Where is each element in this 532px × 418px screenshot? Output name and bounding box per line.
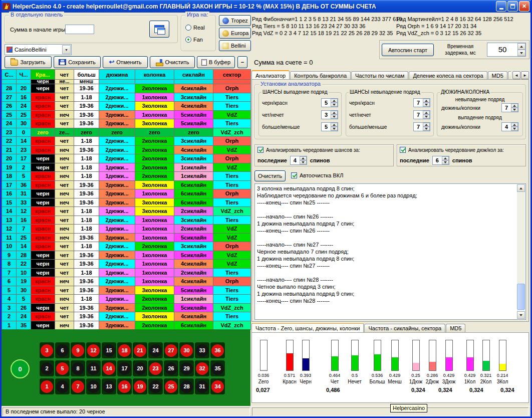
roulette-number[interactable]: 36 [211,344,224,357]
roulette-number[interactable]: 11 [87,362,100,375]
autoclean-toggle[interactable]: Автоочистка ВКЛ [291,172,343,178]
roulette-number[interactable]: 30 [180,344,193,357]
roulette-number[interactable]: 13 [103,380,115,393]
load-button[interactable]: Загрузить [5,56,52,68]
detach-panel-button[interactable] [149,21,169,38]
spinner-up-button[interactable] [423,111,430,115]
spinner-down-button[interactable] [442,160,449,164]
roulette-number[interactable]: 3 [41,344,53,357]
tab-scroll-left-button[interactable]: ◄ [512,71,520,79]
main-tab-3[interactable]: Деление колеса на сектора [409,71,487,80]
spinner-up-button[interactable] [331,111,338,115]
delay-down-button[interactable] [517,50,525,56]
dozen-column-appear-spinner[interactable]: 4 [501,122,518,131]
high-low-appear-spinner[interactable]: 5 [321,122,338,131]
analyze-chances-checkbox[interactable] [257,147,263,153]
spinner-down-button[interactable] [423,115,430,119]
spinner-up-button[interactable] [423,99,430,103]
maximize-button[interactable] [507,1,518,12]
roulette-number[interactable]: 20 [134,362,146,375]
spinner-up-button[interactable] [442,156,449,160]
roulette-number[interactable]: 9 [72,344,84,357]
spinner-up-button[interactable] [300,156,307,160]
roulette-number[interactable]: 29 [180,362,193,375]
titlebar[interactable]: HelperCasino 4.0 - create helperroullet@… [0,0,532,13]
autospin-start-button[interactable]: Автоспин старт [382,44,434,56]
tab-scroll-right-button[interactable]: ► [521,71,529,79]
spinner-down-button[interactable] [511,127,518,131]
dropdown-arrow-icon[interactable]: ▼ [62,45,71,54]
roulette-number[interactable]: 6 [56,344,69,357]
spinner-down-button[interactable] [300,160,307,164]
spinner-up-button[interactable] [511,104,518,108]
main-tab-1[interactable]: Контроль банкролла [290,71,351,80]
main-tab-0[interactable]: Анализатор [251,70,290,80]
casino-button-europa[interactable]: Europa [219,28,251,39]
black-red-appear-spinner[interactable]: 5 [321,98,338,107]
roulette-number[interactable]: 15 [103,344,115,357]
roulette-number[interactable]: 28 [180,380,193,393]
spinner-up-button[interactable] [331,99,338,103]
casino-button-tropez[interactable]: Tropez [219,15,251,26]
radio-real[interactable]: Real [185,25,205,31]
roulette-number[interactable]: 26 [165,362,177,375]
to-buffer-button[interactable]: В буфер [197,56,235,68]
roulette-zero[interactable]: 0 [11,359,30,378]
roulette-number[interactable]: 5 [56,362,69,375]
casino-button-bellini[interactable]: Bellini [219,40,251,51]
roulette-number[interactable]: 34 [211,380,224,393]
roulette-number[interactable]: 10 [87,380,100,393]
roulette-number[interactable]: 32 [196,362,208,375]
last-spins-dozens-spinner[interactable]: 6 [432,156,449,165]
spinner-down-button[interactable] [423,103,430,107]
analyze-dozens-checkbox[interactable] [400,147,406,153]
roulette-number[interactable]: 4 [56,380,69,393]
even-odd-appear-spinner[interactable]: 3 [321,110,338,119]
freq-tab-1[interactable]: Частота - сиклайны, сектора [364,324,445,332]
roulette-number[interactable]: 14 [103,362,115,375]
log-scrollbar[interactable] [517,184,525,319]
roulette-number[interactable]: 7 [72,380,84,393]
roulette-number[interactable]: 2 [41,362,53,375]
roulette-number[interactable]: 33 [196,344,208,357]
radio-fan[interactable]: Fan [185,37,203,43]
scroll-up-button[interactable] [517,184,525,192]
freq-tab-0[interactable]: Частота - Zero, шансы, дюжины, колонки [251,323,364,332]
roulette-number[interactable]: 19 [134,380,146,393]
delay-spinner[interactable]: 50 [487,43,526,57]
start-sum-input[interactable] [65,25,94,34]
scroll-thumb[interactable] [517,284,525,310]
clear-log-button[interactable]: Очистить [254,170,286,181]
main-tab-5[interactable]: Ко [508,71,511,80]
high-low-miss-spinner[interactable]: 7 [413,122,430,131]
roulette-number[interactable]: 8 [72,362,84,375]
roulette-number[interactable]: 22 [149,380,162,393]
close-button[interactable]: ✕ [519,1,529,12]
autoclean-checkbox[interactable] [291,172,297,178]
spinner-down-button[interactable] [331,115,338,119]
save-button[interactable]: Сохранить [54,56,101,68]
spinner-down-button[interactable] [331,103,338,107]
roulette-number[interactable]: 17 [118,362,131,375]
roulette-number[interactable]: 18 [118,344,131,357]
roulette-number[interactable]: 25 [165,380,177,393]
main-tab-2[interactable]: Частоты по числам [351,71,408,80]
roulette-number[interactable]: 21 [134,344,146,357]
black-red-miss-spinner[interactable]: 7 [413,98,430,107]
spinner-down-button[interactable] [423,127,430,131]
roulette-number[interactable]: 12 [87,344,100,357]
minimize-button[interactable] [496,1,506,12]
roulette-number[interactable]: 24 [149,344,162,357]
roulette-number[interactable]: 31 [196,380,208,393]
scroll-down-button[interactable] [517,311,525,319]
dozen-column-miss-spinner[interactable]: 7 [501,103,518,112]
last-spins-chances-spinner[interactable]: 4 [290,156,307,165]
casino-select[interactable]: CasinoBellini ▼ [5,44,72,55]
spinner-up-button[interactable] [511,123,518,127]
roulette-number[interactable]: 27 [165,344,177,357]
roulette-number[interactable]: 35 [211,362,224,375]
spinner-up-button[interactable] [423,123,430,127]
spinner-down-button[interactable] [511,108,518,112]
collapse-button[interactable]: − [237,56,247,68]
clear-table-button[interactable]: Очистить [150,56,195,68]
